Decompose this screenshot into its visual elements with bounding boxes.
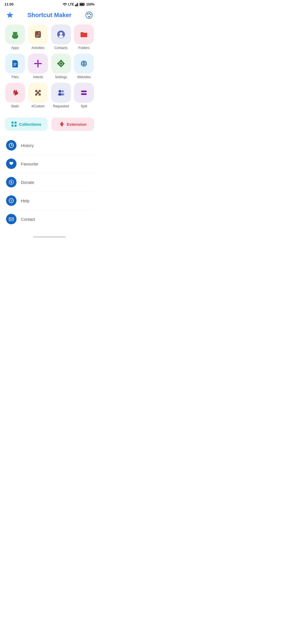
group-icon xyxy=(56,88,66,98)
menu-item-favourite[interactable]: Favourite xyxy=(5,155,94,173)
svg-rect-2 xyxy=(76,4,77,6)
svg-rect-3 xyxy=(77,3,78,6)
puzzle-icon xyxy=(33,88,43,98)
svg-point-10 xyxy=(87,13,89,15)
svg-rect-40 xyxy=(13,65,16,66)
globe-icon xyxy=(79,59,89,69)
websites-label: Websites xyxy=(77,75,91,79)
grid-item-apps[interactable]: Apps xyxy=(5,24,25,50)
grid-item-folders[interactable]: Folders xyxy=(74,24,94,50)
signal-icon xyxy=(75,2,78,6)
files-label: Files xyxy=(12,75,18,79)
svg-point-21 xyxy=(13,32,17,35)
donate-icon: $ xyxy=(6,177,16,187)
svg-rect-39 xyxy=(13,64,16,65)
svg-rect-38 xyxy=(13,63,17,64)
action-buttons: Collections Extension xyxy=(0,112,99,133)
settings-icon-wrap xyxy=(51,54,71,73)
new-badge-icon[interactable]: ! xyxy=(5,10,15,20)
intents-label: Intents xyxy=(33,75,43,79)
svg-rect-63 xyxy=(12,125,13,127)
contacts-label: Contacts xyxy=(54,46,67,50)
activities-icon xyxy=(33,29,43,39)
menu-item-contact[interactable]: Contact xyxy=(5,210,94,228)
intents-icon xyxy=(33,59,43,69)
grid-item-custom[interactable]: #Custom xyxy=(28,83,48,108)
grid-item-files[interactable]: Files xyxy=(5,54,25,79)
svg-rect-30 xyxy=(35,34,36,35)
palette-icon[interactable] xyxy=(84,10,94,20)
svg-point-48 xyxy=(60,63,62,65)
svg-rect-22 xyxy=(35,31,41,38)
grid-item-settings[interactable]: Settings xyxy=(51,54,71,79)
split-label: Split xyxy=(81,104,87,108)
svg-point-11 xyxy=(89,13,90,14)
requested-label: Requested xyxy=(53,104,69,108)
app-title: Shortcut Maker xyxy=(28,12,72,19)
favourite-icon xyxy=(6,159,16,169)
apps-label: Apps xyxy=(11,46,19,50)
status-time: 11:00 xyxy=(4,2,13,6)
app-header: ! Shortcut Maker xyxy=(0,7,99,24)
svg-rect-5 xyxy=(84,4,85,5)
files-icon-wrap xyxy=(5,54,25,73)
split-icon xyxy=(79,88,89,98)
collections-button[interactable]: Collections xyxy=(5,118,48,131)
grid-item-requested[interactable]: Requested xyxy=(51,83,71,108)
extension-touch-icon xyxy=(59,121,65,127)
donate-label: Donate xyxy=(21,180,34,185)
svg-point-37 xyxy=(59,35,63,38)
svg-rect-73 xyxy=(9,218,13,221)
grid-item-contacts[interactable]: Contacts xyxy=(51,24,71,50)
svg-point-14 xyxy=(88,16,90,18)
menu-item-donate[interactable]: $ Donate xyxy=(5,173,94,192)
settings-label: Settings xyxy=(55,75,67,79)
activities-icon-wrap xyxy=(28,24,48,44)
home-bar xyxy=(33,236,66,238)
svg-text:!: ! xyxy=(9,13,10,17)
extension-button[interactable]: Extension xyxy=(51,118,94,131)
split-icon-wrap xyxy=(74,83,94,103)
apps-icon-wrap xyxy=(5,24,25,44)
svg-point-13 xyxy=(90,16,91,17)
android-icon xyxy=(10,29,20,39)
shortcut-grid: Apps xyxy=(0,24,99,108)
grid-item-static[interactable]: Static xyxy=(5,83,25,108)
menu-item-history[interactable]: History xyxy=(5,136,94,155)
folder-icon xyxy=(79,29,89,39)
contact-label: Contact xyxy=(21,217,35,222)
menu-item-help[interactable]: ? Help xyxy=(5,192,94,210)
svg-point-55 xyxy=(59,90,61,93)
history-icon xyxy=(6,140,16,151)
wifi-icon xyxy=(63,3,67,6)
svg-rect-33 xyxy=(40,34,41,35)
static-icon-wrap xyxy=(5,83,25,103)
battery-icon xyxy=(79,3,85,6)
contacts-icon xyxy=(56,29,66,39)
svg-rect-31 xyxy=(35,36,36,36)
static-label: Static xyxy=(11,104,19,108)
svg-rect-59 xyxy=(81,91,87,92)
svg-rect-61 xyxy=(12,122,13,124)
grid-item-intents[interactable]: Intents xyxy=(28,54,48,79)
grid-item-split[interactable]: Split xyxy=(74,83,94,108)
status-icons: LTE 100% xyxy=(63,2,95,6)
svg-rect-28 xyxy=(36,36,39,37)
svg-point-58 xyxy=(61,93,64,95)
home-indicator xyxy=(0,234,99,239)
touch-icon xyxy=(10,88,20,98)
extension-label: Extension xyxy=(67,122,87,127)
grid-row-3: Static #Custom Requested xyxy=(5,83,94,108)
folders-label: Folders xyxy=(78,46,89,50)
help-label: Help xyxy=(21,198,29,203)
svg-point-45 xyxy=(37,63,39,64)
contact-icon xyxy=(6,214,16,224)
svg-rect-6 xyxy=(80,3,84,5)
svg-text:?: ? xyxy=(10,199,12,203)
svg-text:$: $ xyxy=(10,181,12,184)
grid-item-websites[interactable]: Websites xyxy=(74,54,94,79)
favourite-label: Favourite xyxy=(21,162,38,166)
grid-item-activities[interactable]: Activities xyxy=(28,24,48,50)
file-icon xyxy=(10,59,20,69)
svg-rect-34 xyxy=(40,36,41,36)
